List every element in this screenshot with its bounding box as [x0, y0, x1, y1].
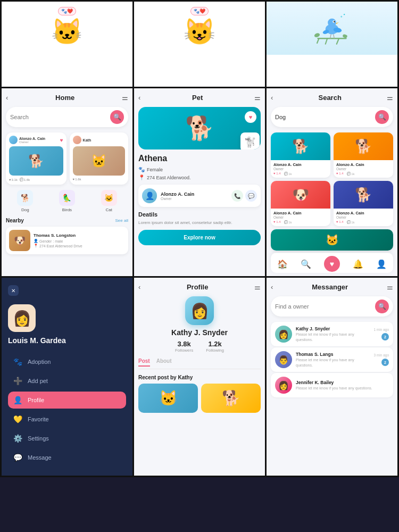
- profile-avatar-wrap: 👩: [138, 296, 261, 325]
- post-img-cat[interactable]: 🐱: [138, 384, 198, 413]
- cell-profile-screen: ‹ Profile ⚌ 👩 Kathy J. Snyder 3.8k Follo…: [134, 278, 265, 476]
- details-title: Deatils: [138, 211, 261, 218]
- nav-home-btn[interactable]: 🏠: [277, 259, 288, 269]
- messenger-search-btn[interactable]: 🔍: [375, 300, 389, 313]
- msg-text-3: Please let me know if you have any quest…: [296, 386, 385, 390]
- nav-heart-btn[interactable]: ♥: [324, 256, 340, 272]
- pet-card-1-likes: ♥3.1k: [9, 178, 18, 181]
- favorite-icon: 💛: [13, 415, 22, 423]
- category-dog[interactable]: 🐕 Dog: [17, 190, 33, 212]
- drawer-adoption-item[interactable]: 🐾 Adoption: [8, 353, 126, 370]
- pet-name: Athena: [138, 154, 261, 163]
- search-result-3-img: 🐶: [271, 181, 330, 209]
- search-result-1-img: 🐕: [271, 132, 330, 160]
- home-categories: 🐕 Dog 🦜 Birds 🐱 Cat: [6, 190, 128, 212]
- pet-card-2[interactable]: Kath 🐱 ♥1.6k: [70, 132, 128, 185]
- messenger-search-input[interactable]: [275, 303, 375, 310]
- pet-address-row: 📍 274 East Alderwood.: [138, 174, 261, 180]
- search-result-3[interactable]: 🐶 Alonzo A. Cain Owner ♥ 1.4 💬 1k: [271, 181, 330, 226]
- category-cat-icon: 🐱: [101, 190, 117, 206]
- adoption-icon: 🐾: [13, 358, 22, 366]
- search-input[interactable]: [275, 114, 375, 120]
- pet-gender-row: 🐾 Female: [138, 167, 261, 172]
- pet-fav-btn[interactable]: ♥: [245, 111, 256, 123]
- msg-name-3: Jennifer K. Bailey: [296, 380, 385, 385]
- drawer-close-btn[interactable]: ✕: [8, 285, 19, 296]
- drawer-message-item[interactable]: 💬 Message: [8, 449, 126, 466]
- pet-card-2-avatar: [73, 136, 81, 144]
- profile-tab-about[interactable]: About: [156, 358, 172, 367]
- pet-card-2-likes: ♥1.6k: [73, 178, 81, 181]
- nearby-card[interactable]: 🐶 Thomas S. Longston 👤Gender : male 📍274…: [6, 227, 128, 254]
- pet-card-2-name: Kath: [83, 138, 92, 142]
- search-filter-icon[interactable]: ⚌: [387, 94, 393, 102]
- home-nearby-header: Nearby See all: [6, 218, 128, 223]
- search-result-4-role: Owner: [336, 215, 390, 219]
- search-result-4[interactable]: 🐕 Alonzo A. Cain Owner ♥ 1.4 💬 1k: [334, 181, 393, 226]
- nav-bell-btn[interactable]: 🔔: [353, 259, 363, 269]
- msg-item-1[interactable]: 👩 Kathy J. Snyder Please let me know if …: [271, 322, 393, 346]
- nearby-img: 🐶: [9, 230, 30, 251]
- search-submit-btn[interactable]: 🔍: [375, 110, 389, 124]
- msg-item-2[interactable]: 👨 Thomas S. Langs Please let me know if …: [271, 347, 393, 372]
- pet-hero-img: 🐕 ♥ 🐩: [138, 107, 261, 149]
- home-search-bar: 🔍: [6, 107, 128, 127]
- msg-count-2: 2: [381, 359, 389, 366]
- cell-home-screen: ‹ Home ⚌ 🔍 Alonzo A. Cain Owner: [2, 88, 132, 276]
- favorite-label: Favorite: [28, 416, 49, 422]
- msg-time-1: 1 min ago: [373, 328, 389, 331]
- profile-tab-post[interactable]: Post: [138, 358, 150, 367]
- pet-card-1[interactable]: Alonzo A. Cain Owner ♥ 🐕 ♥3.1k 💬1.6k: [6, 132, 66, 185]
- gender-icon: 🐾: [138, 167, 145, 172]
- post-img-dog[interactable]: 🐕: [201, 384, 261, 413]
- search-result-2[interactable]: 🐕 Alonzo A. Cain Owner ♥ 1.4 💬 1k: [334, 132, 393, 178]
- profile-title: Profile: [140, 283, 254, 291]
- msg-item-3[interactable]: 👩 Jennifer K. Bailey Please let me know …: [271, 373, 393, 397]
- nav-search-btn[interactable]: 🔍: [301, 259, 311, 269]
- svg-point-7: [328, 19, 336, 27]
- msg-avatar-2: 👨: [275, 351, 292, 368]
- messenger-search-bar: 🔍: [271, 296, 393, 317]
- drawer-profile-item[interactable]: 👤 Profile: [8, 392, 126, 409]
- pet-card-1-heart[interactable]: ♥: [60, 137, 63, 143]
- drawer-favorite-item[interactable]: 💛 Favorite: [8, 411, 126, 428]
- nav-user-btn[interactable]: 👤: [376, 259, 387, 269]
- drawer-content: ✕ 👩 Louis M. Gardea 🐾 Adoption ➕ Add pet…: [2, 278, 132, 476]
- pet-filter-icon[interactable]: ⚌: [254, 94, 261, 102]
- owner-card[interactable]: 👤 Alonzo A. Cain Owner 📞 💬: [138, 185, 261, 207]
- home-header: ‹ Home ⚌: [6, 94, 128, 102]
- category-cat[interactable]: 🐱 Cat: [101, 190, 117, 212]
- pet-title: Pet: [140, 94, 254, 102]
- msg-count-1: 2: [381, 333, 389, 340]
- messenger-filter-icon[interactable]: ⚌: [387, 283, 393, 291]
- pet-card-2-img: 🐱: [73, 146, 125, 176]
- svg-point-4: [314, 32, 320, 38]
- pet-address: 274 East Alderwood.: [147, 175, 191, 180]
- search-result-4-name: Alonzo A. Cain: [336, 211, 390, 215]
- cell-pet-screen: ‹ Pet ⚌ 🐕 ♥ 🐩 Athena 🐾 Female 📍 274 East…: [134, 88, 265, 276]
- category-birds[interactable]: 🦜 Birds: [59, 190, 75, 212]
- search-result-5[interactable]: 🐱: [271, 229, 393, 251]
- home-search-btn[interactable]: 🔍: [110, 110, 124, 124]
- search-result-1[interactable]: 🐕 Alonzo A. Cain Owner ♥ 1.4 💬 1k: [271, 132, 330, 178]
- cell-bird-illus: + ✦: [267, 2, 397, 87]
- explore-now-btn[interactable]: Explore now: [138, 230, 261, 245]
- drawer-settings-item[interactable]: ⚙️ Settings: [8, 430, 126, 447]
- see-all-btn[interactable]: See all: [115, 218, 128, 223]
- drawer-addpet-item[interactable]: ➕ Add pet: [8, 372, 126, 389]
- search-bar: 🔍: [271, 107, 393, 127]
- profile-filter-icon[interactable]: ⚌: [254, 283, 261, 291]
- msg-avatar-3: 👩: [275, 377, 292, 394]
- call-owner-btn[interactable]: 📞: [231, 190, 243, 202]
- svg-marker-11: [336, 22, 339, 24]
- search-results-grid: 🐕 Alonzo A. Cain Owner ♥ 1.4 💬 1k 🐕 Alon…: [271, 132, 393, 226]
- msg-owner-btn[interactable]: 💬: [245, 190, 257, 202]
- cell-search-screen: ‹ Search ⚌ 🔍 🐕 Alonzo A. Cain Owner ♥ 1.…: [267, 88, 397, 276]
- home-filter-icon[interactable]: ⚌: [122, 94, 128, 102]
- settings-label: Settings: [28, 435, 49, 442]
- svg-text:✦: ✦: [343, 13, 345, 16]
- msg-name-1: Kathy J. Snyder: [296, 326, 370, 331]
- home-search-input[interactable]: [10, 114, 110, 120]
- nearby-address: 📍274 East Alderwood Drive: [34, 244, 125, 248]
- message-label: Message: [28, 454, 52, 461]
